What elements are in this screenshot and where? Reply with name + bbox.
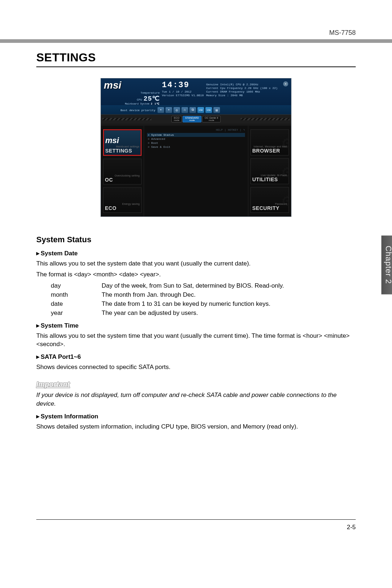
boot-device-icon[interactable]: USB — [205, 107, 212, 113]
important-heading: Important — [36, 380, 356, 389]
boot-device-icon[interactable]: ▪ — [158, 107, 164, 113]
definition-term: day — [51, 282, 102, 290]
tile-subtitle: Energy saving — [105, 203, 140, 205]
definition-row: yearThe year can be adjusted by users. — [51, 309, 356, 317]
boot-device-icon[interactable]: USB — [197, 107, 204, 113]
body-text: The format is <day> <month> <date> <year… — [36, 270, 356, 279]
definition-term: date — [51, 300, 102, 308]
definition-description: The month from Jan. through Dec. — [102, 291, 196, 299]
body-text: Shows detailed system information, inclu… — [36, 422, 356, 431]
msi-logo: msi — [104, 81, 160, 90]
temperature-label: Temperature — [104, 91, 160, 94]
model-header: MS-7758 — [0, 29, 392, 37]
boot-device-icon[interactable]: ▪ — [166, 107, 172, 113]
field-sata-ports: ▸SATA Port1~6 — [36, 353, 356, 361]
bios-menu-item[interactable]: > Advanced — [147, 137, 245, 141]
cpu-name: Genuine Intel(R) CPU @ 2.20GHz — [206, 83, 278, 86]
boot-device-icons[interactable]: ▪▪◎⌂⧉USBUSB▤ — [158, 107, 288, 113]
boot-device-icon[interactable]: ⧉ — [189, 107, 196, 113]
mainboard-temperature: 2 1℃ — [151, 102, 160, 105]
important-note: If your device is not displayed, turn of… — [36, 391, 356, 408]
page-number: 2-5 — [347, 524, 356, 531]
cpu-label: CPU — [137, 98, 142, 101]
footer-divider — [36, 519, 356, 520]
bios-screenshot: msi Temperature CPU 25℃ Mainboard System… — [101, 78, 291, 217]
definition-row: monthThe month from Jan. through Dec. — [51, 291, 356, 299]
section-system-status: System Status — [36, 235, 356, 244]
header-divider — [0, 39, 392, 43]
nav-tile-utilities[interactable]: ⚙Live Update, M-FlashUTILITIES — [250, 158, 289, 184]
body-text: This allows you to set the system time t… — [36, 332, 356, 349]
nav-tile-settings[interactable]: msiMainboard settingsSETTINGS — [103, 129, 142, 156]
close-button[interactable]: × — [283, 81, 288, 86]
field-system-information: ▸System Information — [36, 413, 356, 420]
bios-menu-item[interactable]: > System Status — [147, 133, 245, 137]
memory-size: Memory Size : 2048 MB — [206, 94, 278, 97]
tile-title: OC — [105, 177, 140, 183]
dram-frequency: Current DRAM Frequency 1066 MHz — [206, 90, 278, 94]
mode-selector[interactable]: ECOmodeSTANDARDmodeOC Genie IImode — [101, 114, 291, 126]
bios-menu-item[interactable]: > Boot — [147, 141, 245, 145]
boot-priority-label: Boot device priority — [104, 109, 158, 112]
mode-pill-eco[interactable]: ECOmode — [171, 116, 182, 122]
cpu-temperature: 25℃ — [143, 94, 160, 102]
tile-logo: msi — [105, 136, 139, 145]
tile-subtitle: Overclocking setting — [105, 174, 140, 177]
bios-menu-item[interactable]: > Save & Exit — [147, 145, 245, 149]
cpu-frequency: Current Cpu Frequency 2.20 GHz (100 x 22… — [206, 86, 278, 90]
mainboard-label: Mainboard System — [125, 102, 149, 105]
definition-description: Day of the week, from Sun to Sat, determ… — [102, 282, 284, 290]
tile-title: ECO — [105, 205, 140, 211]
body-text: This allows you to set the system date t… — [36, 259, 356, 268]
definition-description: The date from 1 to 31 can be keyed by nu… — [102, 300, 270, 308]
tile-subtitle: Mainboard settings — [105, 145, 139, 148]
definition-term: year — [51, 309, 102, 317]
body-text: Shows devices connected to specific SATA… — [36, 363, 356, 372]
field-system-date: ▸System Date — [36, 250, 356, 257]
boot-device-icon[interactable]: ◎ — [173, 107, 180, 113]
help-hotkey-hint: HELP | HOTKEY | ↰ — [147, 129, 245, 131]
nav-tile-oc[interactable]: Overclocking settingOC — [103, 159, 142, 184]
definition-row: dayDay of the week, from Sun to Sat, det… — [51, 282, 356, 290]
definition-term: month — [51, 291, 102, 299]
boot-device-icon[interactable]: ⌂ — [181, 107, 188, 113]
chapter-tab: Chapter 2 — [381, 235, 392, 294]
field-system-time: ▸System Time — [36, 322, 356, 329]
mode-pill-standard[interactable]: STANDARDmode — [183, 116, 201, 122]
definition-row: dateThe date from 1 to 31 can be keyed b… — [51, 300, 356, 308]
tile-title: SETTINGS — [105, 148, 139, 154]
nav-tile-browser[interactable]: ⚙Internet, Message and MailBROWSER — [250, 129, 289, 155]
page-title: SETTINGS — [36, 51, 356, 67]
nav-tile-security[interactable]: ⚙PasswordSECURITY — [250, 187, 289, 213]
boot-device-icon[interactable]: ▤ — [213, 107, 220, 113]
mode-pill-oc-genie-ii[interactable]: OC Genie IImode — [202, 116, 221, 122]
nav-tile-eco[interactable]: Energy savingECO — [103, 187, 142, 213]
definition-description: The year can be adjusted by users. — [102, 309, 198, 317]
